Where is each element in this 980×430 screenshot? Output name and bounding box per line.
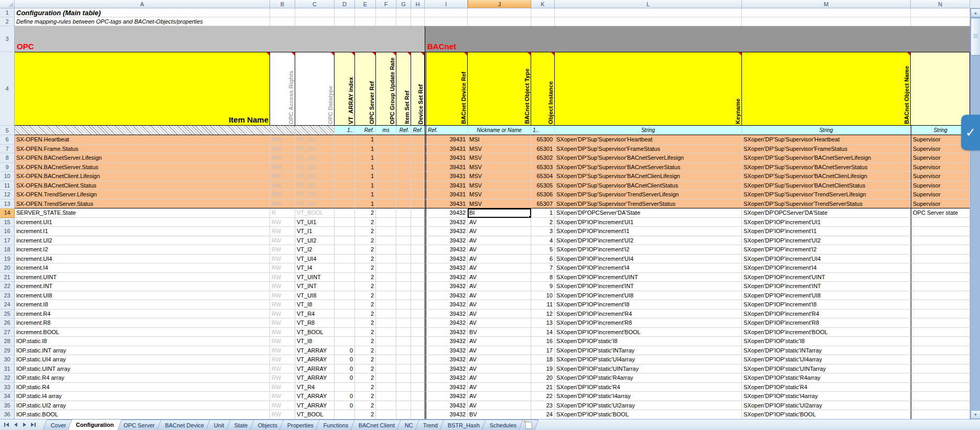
grid-cell[interactable]: [555, 8, 742, 17]
cell-A34[interactable]: IOP.static.I4 array: [15, 392, 270, 401]
row-header-27[interactable]: 27: [0, 328, 15, 337]
cell-G10[interactable]: [396, 172, 411, 181]
cell-D28[interactable]: [335, 337, 355, 346]
cell-J25[interactable]: AV: [468, 310, 531, 319]
cell-K7[interactable]: 65301: [531, 145, 555, 154]
cell-J15[interactable]: AV: [468, 218, 531, 227]
cell-L27[interactable]: SXopen'DP'IOP'increment'BOOL: [555, 328, 742, 337]
row-header-36[interactable]: 36: [0, 410, 15, 420]
row-header-32[interactable]: 32: [0, 373, 15, 383]
cell-M22[interactable]: SXopen'DP'IOP'increment'INT: [742, 282, 911, 291]
row-header-5[interactable]: 5: [0, 126, 15, 135]
grid-cell[interactable]: 1..: [335, 126, 355, 135]
cell-F22[interactable]: [376, 282, 396, 291]
cell-C27[interactable]: VT_BOOL: [295, 328, 335, 337]
cell-C9[interactable]: VT_UI1: [295, 163, 335, 172]
cell-N9[interactable]: Supervisor: [911, 163, 970, 172]
cell-A26[interactable]: increment.R8: [15, 318, 270, 328]
cell-F29[interactable]: [376, 346, 396, 356]
row-header-3[interactable]: 3: [0, 26, 15, 52]
cell-E8[interactable]: 1: [355, 153, 376, 163]
cell-M15[interactable]: SXopen'DP'IOP'increment'UI1: [742, 218, 911, 227]
cell-C34[interactable]: VT_ARRAY: [295, 392, 335, 401]
cell-D6[interactable]: [335, 135, 355, 145]
cell-F33[interactable]: [376, 383, 396, 392]
grid-cell[interactable]: [295, 126, 335, 135]
cell-F19[interactable]: [376, 255, 396, 264]
cell-M33[interactable]: SXopen'DP'IOP'static'R4: [742, 383, 911, 392]
cell-H17[interactable]: [411, 236, 425, 246]
cell-A29[interactable]: IOP.static.INT array: [15, 346, 270, 356]
cell-I29[interactable]: 39432: [425, 346, 468, 356]
cell-C12[interactable]: VT_UI1: [295, 190, 335, 200]
cell-E19[interactable]: 2: [355, 255, 376, 264]
cell-C19[interactable]: VT_UI4: [295, 255, 335, 264]
cell-E36[interactable]: 2: [355, 410, 376, 420]
cell-F30[interactable]: [376, 355, 396, 365]
column-header-D[interactable]: D: [335, 0, 355, 8]
cell-G24[interactable]: [396, 300, 411, 310]
cell-J16[interactable]: AV: [468, 227, 531, 236]
grid-cell[interactable]: [411, 8, 425, 17]
cell-G34[interactable]: [396, 392, 411, 401]
grid-cell[interactable]: String: [742, 126, 911, 135]
cell-G31[interactable]: [396, 365, 411, 374]
grid-cell[interactable]: [270, 17, 295, 26]
scroll-down-arrow-icon[interactable]: ▼: [971, 410, 980, 419]
cell-I19[interactable]: 39432: [425, 255, 468, 264]
cell-B30[interactable]: RW: [270, 355, 295, 365]
cell-K11[interactable]: 65305: [531, 181, 555, 191]
column-title-A[interactable]: Item Name: [15, 52, 270, 126]
cell-A22[interactable]: increment.INT: [15, 282, 270, 291]
cell-J24[interactable]: AV: [468, 300, 531, 310]
cell-L21[interactable]: SXopen'DP'IOP'increment'UINT: [555, 273, 742, 282]
cell-F14[interactable]: [376, 208, 396, 218]
cell-L10[interactable]: SXopen'DP'Sup'Supervisor'BACnetClienLife…: [555, 172, 742, 181]
cell-B35[interactable]: RW: [270, 401, 295, 411]
cell-B18[interactable]: RW: [270, 245, 295, 255]
cell-L31[interactable]: SXopen'DP'IOP'static'UINTarray: [555, 365, 742, 374]
cell-J6[interactable]: MSI: [468, 135, 531, 145]
cell-K21[interactable]: 8: [531, 273, 555, 282]
cell-N20[interactable]: [911, 263, 970, 273]
cell-D9[interactable]: [335, 163, 355, 172]
cell-L29[interactable]: SXopen'DP'IOP'static'INTarray: [555, 346, 742, 356]
column-header-L[interactable]: L: [555, 0, 742, 8]
cell-I15[interactable]: 39432: [425, 218, 468, 227]
cell-E34[interactable]: 2: [355, 392, 376, 401]
cell-F9[interactable]: [376, 163, 396, 172]
last-sheet-icon[interactable]: [29, 421, 38, 429]
column-header-A[interactable]: A: [15, 0, 270, 8]
cell-F27[interactable]: [376, 328, 396, 337]
row-header-15[interactable]: 15: [0, 218, 15, 227]
cell-E29[interactable]: 2: [355, 346, 376, 356]
cell-M10[interactable]: SXopen'DP'Sup'Supervisor'BACnetClienLife…: [742, 172, 911, 181]
cell-H11[interactable]: [411, 181, 425, 191]
cell-D12[interactable]: [335, 190, 355, 200]
cell-A14[interactable]: SERVER_STATE.State: [15, 208, 270, 218]
cell-D25[interactable]: [335, 310, 355, 319]
cell-N12[interactable]: Supervisor: [911, 190, 970, 200]
cell-G15[interactable]: [396, 218, 411, 227]
cell-F15[interactable]: [376, 218, 396, 227]
cell-E30[interactable]: 2: [355, 355, 376, 365]
cell-E32[interactable]: 2: [355, 373, 376, 383]
cell-L19[interactable]: SXopen'DP'IOP'increment'UI4: [555, 255, 742, 264]
cell-B17[interactable]: RW: [270, 236, 295, 246]
cell-L6[interactable]: SXopen'DP'Sup'Supervisor'Heartbeat: [555, 135, 742, 145]
cell-I27[interactable]: 39432: [425, 328, 468, 337]
cell-N25[interactable]: [911, 310, 970, 319]
cell-D16[interactable]: [335, 227, 355, 236]
cell-F28[interactable]: [376, 337, 396, 346]
cell-N22[interactable]: [911, 282, 970, 291]
row-header-12[interactable]: 12: [0, 190, 15, 200]
cell-M32[interactable]: SXopen'DP'IOP'static'R4array: [742, 373, 911, 383]
cell-H28[interactable]: [411, 337, 425, 346]
cell-C17[interactable]: VT_UI2: [295, 236, 335, 246]
cell-E16[interactable]: 2: [355, 227, 376, 236]
column-header-M[interactable]: M: [742, 0, 911, 8]
cell-H25[interactable]: [411, 310, 425, 319]
row-header-26[interactable]: 26: [0, 318, 15, 328]
cell-A10[interactable]: SX-OPEN.BACnetClient.Lifesign: [15, 172, 270, 181]
cell-I11[interactable]: 39431: [425, 181, 468, 191]
